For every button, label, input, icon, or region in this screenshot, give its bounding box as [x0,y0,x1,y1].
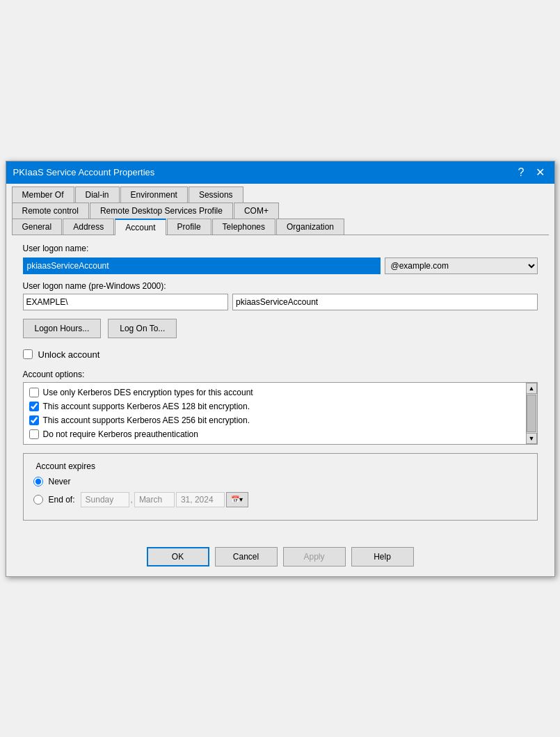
tabs-container: Member Of Dial-in Environment Sessions R… [6,184,554,235]
options-list: Use only Kerberos DES encryption types f… [23,382,538,445]
logon-name-label: User logon name: [23,244,538,253]
tab-address[interactable]: Address [63,219,114,235]
account-expires-title: Account expires [33,461,98,471]
unlock-account-row: Unlock account [23,349,538,360]
log-on-to-button[interactable]: Log On To... [108,319,177,338]
tab-organization[interactable]: Organization [276,219,344,235]
calendar-button[interactable]: 📅▾ [226,492,248,507]
tab-row-3: General Address Account Profile Telephon… [12,219,549,235]
prewin-row [23,294,538,310]
option-checkbox-2[interactable] [29,402,39,411]
option-checkbox-1[interactable] [29,388,39,397]
option-label-1: Use only Kerberos DES encryption types f… [43,388,253,397]
date-picker: , 📅▾ [81,492,248,507]
never-radio-row: Never [33,477,527,486]
date-separator-1: , [131,495,133,505]
tab-dial-in[interactable]: Dial-in [75,187,120,203]
help-dialog-button[interactable]: Help [351,547,414,566]
help-button[interactable]: ? [515,167,527,178]
unlock-label: Unlock account [38,349,100,360]
date-month-input[interactable] [134,492,175,507]
unlock-checkbox[interactable] [23,349,33,359]
never-label: Never [49,477,71,486]
option-label-4: Do not require Kerberos preauthenticatio… [43,429,198,439]
list-item: This account supports Kerberos AES 256 b… [25,413,523,427]
list-item: Do not require Kerberos preauthenticatio… [25,427,523,441]
date-day-num-input[interactable] [176,492,225,507]
title-bar: PKIaaS Service Account Properties ? ✕ [6,161,554,184]
scroll-down-arrow[interactable]: ▼ [526,433,537,444]
option-checkbox-3[interactable] [29,415,39,425]
bottom-buttons: OK Cancel Apply Help [6,540,554,576]
options-inner: Use only Kerberos DES encryption types f… [25,386,536,441]
cancel-button[interactable]: Cancel [215,547,278,566]
end-of-radio-row: End of: , 📅▾ [33,492,527,507]
option-label-2: This account supports Kerberos AES 128 b… [43,402,250,411]
apply-button[interactable]: Apply [283,547,346,566]
account-expires-group: Account expires Never End of: , 📅▾ [23,453,538,521]
tab-remote-control[interactable]: Remote control [12,203,89,219]
option-checkbox-4[interactable] [29,429,39,439]
tab-sessions[interactable]: Sessions [189,187,243,203]
button-row: Logon Hours... Log On To... [23,319,538,338]
calendar-icon: 📅 [231,496,239,503]
logon-hours-button[interactable]: Logon Hours... [23,319,102,338]
end-of-label: End of: [49,495,75,505]
tab-account[interactable]: Account [115,219,166,235]
account-options-label: Account options: [23,370,538,379]
tab-row-1: Member Of Dial-in Environment Sessions [12,187,549,203]
ok-button[interactable]: OK [147,547,209,566]
tab-profile[interactable]: Profile [167,219,211,235]
list-item: Use only Kerberos DES encryption types f… [25,386,523,399]
prewin-label: User logon name (pre-Windows 2000): [23,281,538,291]
scrollbar[interactable]: ▲ ▼ [526,383,537,444]
dialog-title: PKIaaS Service Account Properties [13,167,155,177]
domain-dropdown[interactable]: @example.com [385,257,538,274]
option-label-3: This account supports Kerberos AES 256 b… [43,415,250,425]
tab-environment[interactable]: Environment [120,187,188,203]
dialog: PKIaaS Service Account Properties ? ✕ Me… [6,161,555,577]
date-day-input[interactable] [81,492,129,507]
tab-com-plus[interactable]: COM+ [234,203,279,219]
logon-name-input[interactable] [23,257,381,274]
logon-name-row: @example.com [23,257,538,274]
list-item: This account supports Kerberos AES 128 b… [25,399,523,413]
close-button[interactable]: ✕ [533,167,547,178]
scroll-up-arrow[interactable]: ▲ [526,383,537,394]
tab-telephones[interactable]: Telephones [212,219,275,235]
scroll-thumb[interactable] [527,395,536,432]
content-area: User logon name: @example.com User logon… [12,235,549,540]
never-radio[interactable] [33,477,43,486]
tab-remote-desktop[interactable]: Remote Desktop Services Profile [90,203,233,219]
tab-member-of[interactable]: Member Of [12,187,74,203]
prewin-username-input[interactable] [232,294,537,310]
title-controls: ? ✕ [515,167,547,178]
tab-general[interactable]: General [12,219,63,235]
end-of-radio[interactable] [33,495,43,505]
prewin-domain-input[interactable] [23,294,229,310]
tab-row-2: Remote control Remote Desktop Services P… [12,203,549,219]
